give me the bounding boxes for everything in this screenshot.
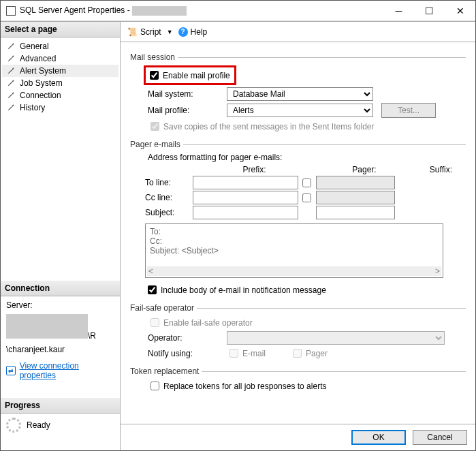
- sidebar-item-advanced[interactable]: Advanced: [2, 52, 118, 65]
- wrench-icon: [6, 54, 16, 63]
- preview-to: To:: [150, 227, 439, 236]
- toolbar: 📜 Script ▼ ? Help: [121, 22, 475, 42]
- include-body-checkbox[interactable]: [148, 285, 157, 294]
- app-icon: [6, 6, 16, 16]
- user-line: \charanjeet.kaur: [6, 345, 114, 354]
- preview-box: To: Cc: Subject: <Subject> <>: [145, 223, 443, 278]
- cancel-button[interactable]: Cancel: [413, 430, 467, 445]
- progress-spinner-icon: [6, 418, 21, 433]
- pager-legend: Pager e-mails: [130, 140, 183, 149]
- progress-header: Progress: [1, 398, 120, 414]
- cc-suffix-input: [316, 191, 395, 204]
- replace-tokens-label: Replace tokens for all job responses to …: [163, 382, 326, 391]
- script-icon: 📜: [127, 27, 138, 37]
- to-pager-checkbox[interactable]: [302, 178, 311, 187]
- sidebar-item-general[interactable]: General: [2, 40, 118, 52]
- sidebar-item-connection[interactable]: Connection: [2, 89, 118, 102]
- horizontal-scrollbar[interactable]: <>: [147, 266, 441, 276]
- ok-button[interactable]: OK: [351, 430, 406, 445]
- include-body-label: Include body of e-mail in notification m…: [161, 285, 326, 295]
- preview-cc: Cc:: [150, 236, 439, 246]
- connection-info: Server: \R \charanjeet.kaur ⇄ View conne…: [1, 296, 120, 384]
- redacted-block: [6, 314, 88, 339]
- subject-label: Subject:: [138, 208, 193, 217]
- view-connection-properties-link[interactable]: View connection properties: [20, 361, 114, 380]
- sidebar-item-job-system[interactable]: Job System: [2, 77, 118, 89]
- address-formatting-label: Address formatting for pager e-mails:: [138, 153, 466, 162]
- pager-emails-group: Pager e-mails Address formatting for pag…: [130, 144, 466, 300]
- pager-header: Pager:: [325, 165, 404, 174]
- test-button: Test...: [381, 103, 436, 118]
- cc-pager-checkbox[interactable]: [302, 193, 311, 202]
- mail-profile-select[interactable]: Alerts: [227, 104, 373, 117]
- sidebar-item-history[interactable]: History: [2, 102, 118, 114]
- help-icon: ?: [178, 27, 188, 37]
- chevron-down-icon: ▼: [167, 29, 173, 35]
- redacted-server: [132, 6, 187, 16]
- failsafe-group: Fail-safe operator Enable fail-safe oper…: [130, 308, 466, 363]
- notify-email-checkbox: [229, 349, 238, 358]
- suffix-header: Suffix:: [404, 165, 466, 174]
- to-suffix-input: [316, 176, 395, 189]
- highlight-box: Enable mail profile: [144, 65, 236, 85]
- mail-session-legend: Mail session: [130, 52, 178, 62]
- operator-label: Operator:: [138, 333, 227, 343]
- connection-icon: ⇄: [6, 366, 16, 375]
- subject-suffix-input[interactable]: [316, 206, 395, 219]
- sidebar-item-alert-system[interactable]: Alert System: [2, 65, 118, 77]
- token-legend: Token replacement: [130, 367, 202, 376]
- left-panel: Select a page General Advanced Alert Sys…: [1, 22, 121, 450]
- notify-email-label: E-mail: [242, 349, 290, 358]
- subject-prefix-input[interactable]: [193, 206, 298, 219]
- server-label: Server:: [6, 300, 114, 310]
- mail-session-group: Mail session Enable mail profile Mail sy…: [130, 57, 466, 136]
- wrench-icon: [6, 91, 16, 100]
- notify-pager-checkbox: [293, 349, 302, 358]
- wrench-icon: [6, 42, 16, 51]
- minimize-button[interactable]: ─: [383, 1, 414, 20]
- enable-failsafe-checkbox: [150, 318, 159, 327]
- dialog-window: SQL Server Agent Properties - ─ ☐ ✕ Sele…: [0, 0, 476, 451]
- mail-system-select[interactable]: Database Mail: [227, 87, 373, 101]
- mail-system-label: Mail system:: [138, 89, 227, 99]
- enable-mail-profile-label: Enable mail profile: [163, 71, 230, 80]
- select-page-header: Select a page: [1, 22, 120, 37]
- prefix-header: Prefix:: [202, 165, 307, 174]
- replace-tokens-checkbox[interactable]: [150, 382, 159, 390]
- help-button[interactable]: ? Help: [178, 27, 208, 37]
- to-prefix-input[interactable]: [193, 176, 298, 189]
- wrench-icon: [6, 103, 16, 112]
- save-copies-checkbox: [150, 122, 159, 131]
- notify-pager-label: Pager: [306, 349, 328, 358]
- enable-failsafe-label: Enable fail-safe operator: [163, 318, 253, 328]
- notify-label: Notify using:: [138, 349, 227, 358]
- progress-status: Ready: [27, 420, 50, 430]
- wrench-icon: [6, 78, 16, 88]
- enable-mail-profile-checkbox[interactable]: [150, 71, 159, 80]
- to-line-label: To line:: [138, 178, 193, 187]
- connection-header: Connection: [1, 281, 120, 296]
- titlebar[interactable]: SQL Server Agent Properties - ─ ☐ ✕: [1, 1, 475, 21]
- close-button[interactable]: ✕: [445, 1, 475, 20]
- mail-profile-label: Mail profile:: [138, 106, 227, 115]
- operator-select: [227, 331, 445, 345]
- dialog-footer: OK Cancel: [121, 424, 475, 450]
- failsafe-legend: Fail-safe operator: [130, 303, 197, 313]
- preview-subject: Subject: <Subject>: [150, 246, 439, 255]
- window-title: SQL Server Agent Properties -: [20, 5, 383, 16]
- cc-prefix-input[interactable]: [193, 191, 298, 204]
- wrench-icon: [6, 66, 16, 76]
- page-list: General Advanced Alert System Job System…: [1, 37, 120, 116]
- script-button[interactable]: 📜 Script ▼: [127, 27, 173, 37]
- maximize-button[interactable]: ☐: [414, 1, 445, 20]
- save-copies-label: Save copies of the sent messages in the …: [163, 122, 375, 131]
- token-group: Token replacement Replace tokens for all…: [130, 371, 466, 396]
- cc-line-label: Cc line:: [138, 193, 193, 202]
- server-suffix: \R: [88, 331, 96, 341]
